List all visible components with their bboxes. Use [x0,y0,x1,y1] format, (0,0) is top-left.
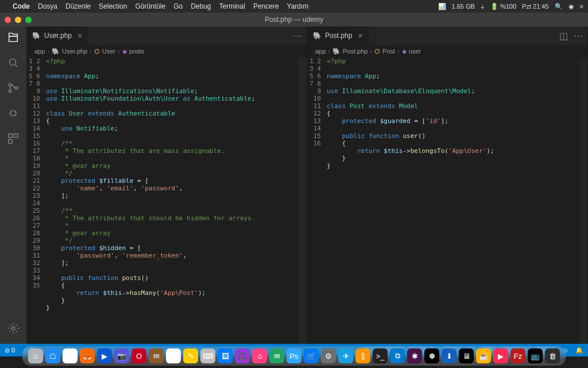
dock-app-icon[interactable]: 🖼 [218,348,233,363]
zoom-button[interactable] [25,17,32,23]
notifications-icon[interactable]: 🔔 [575,347,583,354]
editor-pane-right: 🐘 Post.php × ◫ ⋯ app› 🐘 Post.php› ⌬ Post… [307,26,588,344]
close-tab-icon[interactable]: × [358,31,362,40]
dock-app-icon[interactable]: ✎ [183,348,198,363]
macos-menubar: Code Dosya Düzenle Selection Görüntüle G… [0,0,588,13]
dock-app-icon[interactable]: >_ [373,348,388,363]
dock-app-icon[interactable]: 🦊 [80,348,95,363]
tab-label: Post.php [325,32,352,40]
dock-app-icon[interactable]: ☖ [45,348,60,363]
menu-item[interactable]: Terminal [219,2,245,10]
minimap[interactable] [579,57,587,344]
battery-indicator[interactable]: 🔋 %100 [490,3,516,10]
menu-item[interactable]: Dosya [38,2,57,10]
menu-item[interactable]: Yardım [287,2,309,10]
wifi-icon[interactable]: ⏚ [481,3,485,10]
svg-point-2 [9,90,11,93]
explorer-icon[interactable] [7,31,20,46]
svg-point-1 [9,83,11,86]
clock[interactable]: Pzt 21:45 [522,3,548,10]
tab-post-php[interactable]: 🐘 Post.php × [307,26,369,45]
dock-app-icon[interactable]: ⧉ [390,348,405,363]
svg-rect-5 [9,134,12,137]
macos-dock: ☺☖●🦊▶📷O✉9✎⌨🖼🎧♫✉Ps🛒⚙✈₿>_⧉✱✽⬇🖥☕▶Fz📺🗑 [22,346,566,366]
dock-app-icon[interactable]: ✽ [424,348,439,363]
dock-app-icon[interactable]: 🛒 [304,348,319,363]
php-file-icon: 🐘 [313,32,322,40]
dock-app-icon[interactable]: ⚙ [321,348,336,363]
minimap[interactable] [299,57,307,344]
php-file-icon: 🐘 [32,32,41,40]
dock-app-icon[interactable]: 🖥 [459,348,474,363]
more-actions-icon[interactable]: ⋯ [574,30,583,41]
window-title: Post.php — udemy [265,16,323,24]
code-editor-left[interactable]: 1 2 3 4 5 6 7 8 9 10 11 12 13 14 15 16 1… [26,57,307,344]
dock-app-icon[interactable]: Ps [287,348,301,363]
dock-app-icon[interactable]: ☺ [28,348,43,363]
status-errors[interactable]: ⊘ 0 [5,347,15,354]
ram-indicator[interactable]: 1.65 GB [452,3,475,10]
menu-item[interactable]: Selection [99,2,127,10]
dock-app-icon[interactable]: ✉ [269,348,284,363]
svg-point-3 [15,87,18,90]
tab-label: User.php [44,32,72,40]
scm-icon[interactable] [7,82,20,97]
settings-gear-icon[interactable] [7,322,20,337]
menu-item[interactable]: Görüntüle [135,2,165,10]
activity-bar [0,26,26,344]
dock-app-icon[interactable]: 📷 [114,348,129,363]
dock-app-icon[interactable]: 🗑 [545,348,560,363]
extensions-icon[interactable] [7,132,20,147]
siri-icon[interactable]: ◉ [568,3,574,10]
more-actions-icon[interactable]: ⋯ [293,30,302,41]
dock-app-icon[interactable]: ₿ [355,348,370,363]
spotlight-icon[interactable]: 🔍 [555,3,563,10]
svg-point-8 [11,327,15,330]
dock-app-icon[interactable]: ⬇ [442,348,457,363]
close-button[interactable] [5,17,11,23]
dock-app-icon[interactable]: O [131,348,146,363]
menu-item[interactable]: Go [173,2,183,10]
svg-point-0 [10,59,16,66]
dock-app-icon[interactable]: ✉ [149,348,164,363]
menu-item[interactable]: Pencere [253,2,279,10]
breadcrumb[interactable]: app› 🐘 Post.php› ⌬ Post› ◈ user [307,45,587,57]
dock-app-icon[interactable]: 9 [166,348,181,363]
svg-rect-6 [14,134,18,137]
editor-pane-left: 🐘 User.php × ⋯ app› 🐘 User.php› ⌬ User› … [26,26,307,344]
dock-app-icon[interactable]: ▶ [493,348,508,363]
window-titlebar: Post.php — udemy [0,13,588,26]
dock-app-icon[interactable]: ▶ [97,348,112,363]
istat-icon[interactable]: 📊 [438,3,446,10]
traffic-lights [5,17,32,23]
search-icon[interactable] [7,56,20,71]
minimize-button[interactable] [15,17,21,23]
code-editor-right[interactable]: 1 2 3 4 5 6 7 8 9 10 11 12 13 14 15 16 <… [307,57,587,344]
dock-app-icon[interactable]: Fz [510,348,525,363]
menu-app-name[interactable]: Code [13,2,30,10]
tab-bar-right: 🐘 Post.php × ◫ ⋯ [307,26,587,45]
dock-app-icon[interactable]: ♫ [252,348,267,363]
debug-icon[interactable] [7,107,20,122]
control-center-icon[interactable]: ≡ [580,3,583,10]
dock-app-icon[interactable]: ✱ [407,348,422,363]
breadcrumb[interactable]: app› 🐘 User.php› ⌬ User› ◈ posts [26,45,307,57]
svg-rect-7 [9,140,12,143]
dock-app-icon[interactable]: ● [63,348,78,363]
close-tab-icon[interactable]: × [78,31,82,40]
split-editor-icon[interactable]: ◫ [559,30,568,41]
menu-item[interactable]: Düzenle [65,2,91,10]
dock-app-icon[interactable]: ⌨ [200,348,215,363]
dock-app-icon[interactable]: ☕ [476,348,491,363]
tab-bar-left: 🐘 User.php × ⋯ [26,26,307,45]
dock-app-icon[interactable]: 🎧 [235,348,250,363]
dock-app-icon[interactable]: 📺 [528,348,543,363]
menu-item[interactable]: Debug [191,2,211,10]
dock-app-icon[interactable]: ✈ [338,348,353,363]
tab-user-php[interactable]: 🐘 User.php × [26,26,88,45]
